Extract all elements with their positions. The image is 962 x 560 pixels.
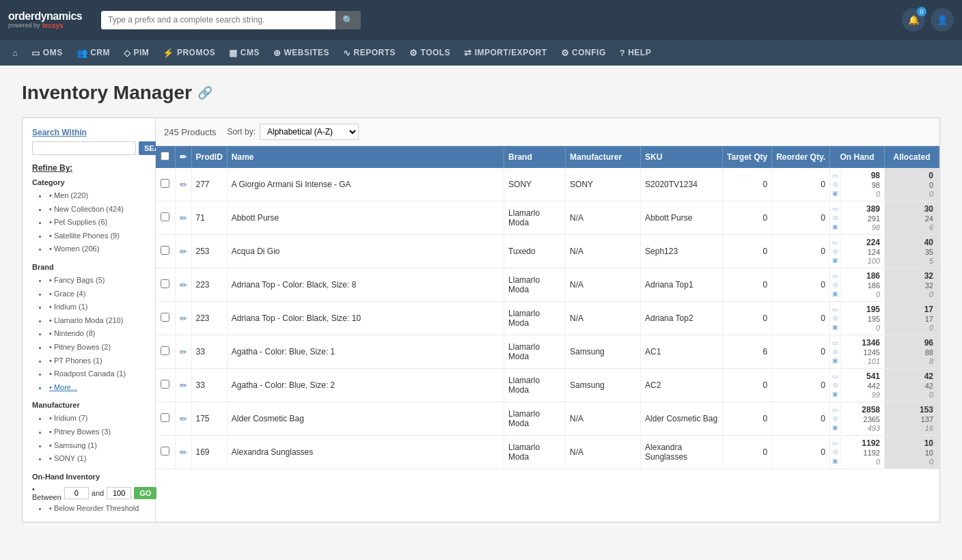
refine-by-label[interactable]: Refine By: <box>32 163 146 173</box>
row-alloc-sub2: 8 <box>929 357 933 365</box>
row-sku: Adriana Top2 <box>641 302 723 335</box>
row-oh-sub2: 0 <box>876 190 880 198</box>
row-oh-sub1: 124 <box>868 248 880 256</box>
search-within-input[interactable] <box>32 141 136 155</box>
row-oh-icon2: ⊙ <box>833 449 838 456</box>
filter-iridium[interactable]: • Iridium (1) <box>32 300 146 314</box>
filter-grace[interactable]: • Grace (4) <box>32 288 146 301</box>
nav-tools[interactable]: ⚙TOOLS <box>402 42 457 64</box>
row-name: Agatha - Color: Blue, Size: 1 <box>227 335 504 369</box>
row-edit-icon[interactable]: ✏ <box>180 180 187 190</box>
row-checkbox[interactable] <box>161 246 169 255</box>
websites-icon: ⊕ <box>273 48 281 58</box>
nav-cms[interactable]: ▦CMS <box>222 42 266 64</box>
between-to-input[interactable] <box>107 487 131 499</box>
row-edit-icon[interactable]: ✏ <box>180 247 187 257</box>
filter-mfr-pitney[interactable]: • Pitney Bowes (3) <box>32 425 146 439</box>
notifications-button[interactable]: 🔔 0 <box>902 8 925 31</box>
row-alloc-sub1: 10 <box>925 449 933 457</box>
row-oh-icon2: ⊙ <box>833 248 838 255</box>
filter-mfr-samsung[interactable]: • Samsung (1) <box>32 439 146 453</box>
row-checkbox[interactable] <box>161 380 169 389</box>
row-checkbox[interactable] <box>161 212 169 221</box>
nav-help[interactable]: ?HELP <box>613 42 658 64</box>
search-within-row: SEARCH <box>32 141 146 155</box>
row-oh-icon3: ▣ <box>832 257 838 264</box>
row-oh-icon1: ▭ <box>832 272 838 279</box>
filter-more[interactable]: • More... <box>32 381 146 395</box>
row-edit-icon[interactable]: ✏ <box>180 414 187 424</box>
search-input[interactable] <box>101 11 335 29</box>
brand-label: Brand <box>32 263 146 271</box>
row-checkbox[interactable] <box>161 447 169 456</box>
filter-pet-supplies[interactable]: • Pet Supplies (6) <box>32 216 146 229</box>
filter-new-collection[interactable]: • New Collection (424) <box>32 203 146 216</box>
row-edit-icon[interactable]: ✏ <box>180 280 187 290</box>
filter-women[interactable]: • Women (206) <box>32 242 146 256</box>
row-checkbox[interactable] <box>161 179 169 188</box>
page-title: Inventory Manager 🔗 <box>22 82 940 104</box>
row-checkbox-cell <box>156 302 175 335</box>
row-prodid: 253 <box>191 235 227 268</box>
between-row: • Between and GO <box>32 485 146 501</box>
row-reorder-qty: 0 <box>772 235 830 268</box>
row-on-hand: ▭ ⊙ ▣ 1346 1245 101 <box>830 335 885 369</box>
row-checkbox[interactable] <box>161 413 169 422</box>
user-button[interactable]: 👤 <box>931 8 954 31</box>
filter-llamarlo-moda[interactable]: • Llamarlo Moda (210) <box>32 314 146 328</box>
row-oh-sub2: 0 <box>876 458 880 466</box>
filter-satellite-phones[interactable]: • Satellite Phones (9) <box>32 229 146 243</box>
row-edit-icon[interactable]: ✏ <box>180 447 187 458</box>
row-sku: Abbott Purse <box>641 201 723 235</box>
nav-home[interactable]: ⌂ <box>5 42 25 64</box>
row-checkbox[interactable] <box>161 279 169 288</box>
nav-oms[interactable]: ▭OMS <box>25 42 69 64</box>
nav-websites[interactable]: ⊕WEBSITES <box>266 42 336 64</box>
row-edit-icon[interactable]: ✏ <box>180 313 187 324</box>
sort-select[interactable]: Alphabetical (A-Z) <box>260 124 359 140</box>
nav-import-export[interactable]: ⇄IMPORT/EXPORT <box>457 42 553 64</box>
th-target-qty: Target Qty <box>723 146 772 168</box>
between-from-input[interactable] <box>64 487 89 499</box>
filter-pitney-bowes[interactable]: • Pitney Bowes (2) <box>32 341 146 354</box>
search-button[interactable]: 🔍 <box>335 11 361 29</box>
row-oh-sub1: 2365 <box>864 415 880 423</box>
row-edit-icon[interactable]: ✏ <box>180 347 187 357</box>
row-oh-icon2: ⊙ <box>833 214 838 221</box>
row-oh-sub2: 101 <box>868 357 880 365</box>
row-name: Adriana Top - Color: Black, Size: 10 <box>227 302 504 335</box>
nav-reports[interactable]: ∿REPORTS <box>336 42 402 64</box>
row-oh-icon3: ▣ <box>832 391 838 397</box>
nav-crm[interactable]: 👥CRM <box>70 42 117 64</box>
select-all-checkbox[interactable] <box>161 152 169 160</box>
filter-men[interactable]: • Men (220) <box>32 189 146 203</box>
row-oh-main: 186 <box>866 271 880 281</box>
row-name: A Giorgio Armani Si Intense - GA <box>227 168 504 201</box>
row-oh-icon1: ▭ <box>832 373 838 380</box>
search-within-label[interactable]: Search Within <box>32 128 146 137</box>
row-edit-icon[interactable]: ✏ <box>180 213 187 223</box>
row-oh-icon1: ▭ <box>832 306 838 313</box>
filter-pt-phones[interactable]: • PT Phones (1) <box>32 354 146 368</box>
filter-fancy-bags[interactable]: • Fancy Bags (5) <box>32 274 146 288</box>
row-oh-sub2: 493 <box>868 424 880 432</box>
row-edit-icon[interactable]: ✏ <box>180 380 187 391</box>
row-checkbox[interactable] <box>161 313 169 322</box>
nav-pim[interactable]: ◇PIM <box>117 42 156 64</box>
row-checkbox[interactable] <box>161 346 169 355</box>
filter-nintendo[interactable]: • Nintendo (8) <box>32 327 146 341</box>
filter-roadpost[interactable]: • Roadpost Canada (1) <box>32 367 146 381</box>
reports-icon: ∿ <box>343 48 351 58</box>
row-alloc-sub1: 137 <box>921 415 933 423</box>
nav-config[interactable]: ⚙CONFIG <box>554 42 613 64</box>
nav-promos[interactable]: ⚡PROMOS <box>156 42 222 64</box>
below-reorder-item[interactable]: • Below Reorder Threshold <box>32 504 146 512</box>
go-button[interactable]: GO <box>134 487 156 499</box>
category-label: Category <box>32 178 146 186</box>
row-oh-sub1: 291 <box>868 214 880 223</box>
row-oh-sub2: 99 <box>872 391 880 399</box>
filter-mfr-iridium[interactable]: • Iridium (7) <box>32 412 146 425</box>
row-oh-icon3: ▣ <box>832 357 838 364</box>
filter-mfr-sony[interactable]: • SONY (1) <box>32 452 146 466</box>
page-help-icon[interactable]: 🔗 <box>197 85 212 100</box>
